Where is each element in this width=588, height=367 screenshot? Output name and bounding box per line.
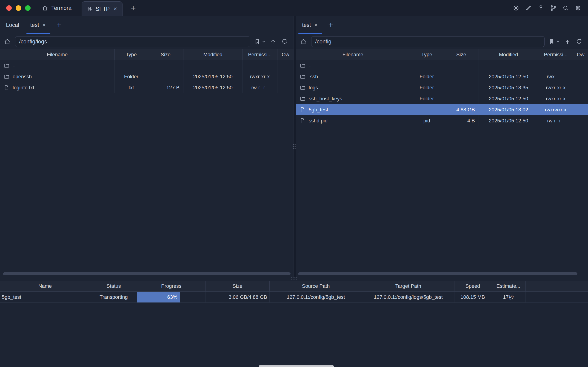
horizontal-scrollbar-thumb-right[interactable] bbox=[298, 272, 577, 275]
tab-test-right-label: test bbox=[302, 22, 311, 28]
column-header-name[interactable]: Name bbox=[0, 281, 90, 292]
chevron-down-icon bbox=[556, 40, 560, 43]
add-tab-button-right[interactable]: + bbox=[324, 16, 337, 34]
new-tab-button[interactable]: + bbox=[128, 4, 138, 12]
column-header-estimate[interactable]: Estimate... bbox=[491, 281, 526, 292]
column-header-status[interactable]: Status bbox=[90, 281, 137, 292]
tab-local-label: Local bbox=[6, 22, 19, 28]
column-header-progress[interactable]: Progress bbox=[137, 281, 205, 292]
close-icon[interactable]: × bbox=[313, 22, 319, 28]
column-header-type[interactable]: Type bbox=[115, 49, 148, 60]
path-input-left[interactable] bbox=[15, 36, 250, 47]
search-button[interactable] bbox=[562, 4, 570, 12]
transfer-panel: Name Status Progress Size Source Path Ta… bbox=[0, 281, 588, 303]
table-row-5gb-test-selected[interactable]: 5gb_test 4.88 GB 2025/01/05 13:02 rwxrwx… bbox=[296, 104, 588, 115]
record-button[interactable] bbox=[512, 4, 520, 12]
refresh-icon bbox=[576, 38, 582, 45]
close-icon[interactable]: × bbox=[112, 6, 118, 12]
bookmark-filled-icon bbox=[548, 38, 555, 45]
home-directory-button[interactable] bbox=[3, 37, 11, 46]
status-badge: Transporting bbox=[90, 292, 137, 303]
column-header-type[interactable]: Type bbox=[410, 49, 444, 60]
progress-label: 63% bbox=[167, 294, 177, 300]
folder-icon bbox=[299, 96, 306, 102]
minimize-window-button[interactable] bbox=[16, 5, 21, 11]
close-window-button[interactable] bbox=[6, 5, 12, 11]
tab-sftp[interactable]: SFTP × bbox=[82, 1, 122, 16]
folder-icon bbox=[299, 74, 306, 80]
file-table-body-left: .. openssh Folder 2025/01/05 12:50 rwxr-… bbox=[0, 60, 294, 277]
table-row-logs[interactable]: logs Folder 2025/01/05 18:35 rwxr-xr-x bbox=[296, 82, 588, 93]
tab-local[interactable]: Local bbox=[0, 16, 25, 34]
refresh-button-right[interactable] bbox=[575, 38, 583, 45]
table-row-parent-dir[interactable]: .. bbox=[296, 60, 588, 71]
gear-icon bbox=[575, 5, 581, 11]
remote-pane-tabbar: test × + bbox=[296, 16, 588, 34]
local-pane-tabbar: Local test × + bbox=[0, 16, 294, 34]
transfer-row-5gb-test[interactable]: 5gb_test Transporting 63% 3.06 GB/4.88 G… bbox=[0, 292, 588, 303]
settings-button[interactable] bbox=[574, 4, 582, 12]
git-branch-icon bbox=[550, 5, 557, 11]
column-header-filename[interactable]: Filename bbox=[296, 49, 410, 60]
column-header-owner[interactable]: Ow bbox=[573, 49, 588, 60]
horizontal-splitter[interactable] bbox=[0, 277, 588, 281]
column-header-modified[interactable]: Modified bbox=[183, 49, 242, 60]
table-row-sshd-pid[interactable]: sshd.pid pid 4 B 2025/01/05 12:50 rw-r--… bbox=[296, 115, 588, 126]
table-row-ssh-host-keys[interactable]: ssh_host_keys Folder 2025/01/05 12:50 rw… bbox=[296, 93, 588, 104]
table-row-loginfo[interactable]: loginfo.txt txt 127 B 2025/01/05 12:50 r… bbox=[0, 82, 294, 93]
file-table-header-right: Filename Type Size Modified Permissi... … bbox=[296, 49, 588, 60]
tab-test-left[interactable]: test × bbox=[25, 16, 52, 34]
add-tab-button-left[interactable]: + bbox=[52, 16, 66, 34]
folder-icon bbox=[3, 74, 10, 80]
table-row-ssh[interactable]: .ssh Folder 2025/01/05 12:50 rwx------ bbox=[296, 71, 588, 82]
column-header-filename[interactable]: Filename bbox=[0, 49, 115, 60]
bottom-scroll-indicator[interactable] bbox=[259, 365, 334, 367]
home-icon bbox=[300, 38, 307, 45]
column-header-permissions[interactable]: Permissi... bbox=[242, 49, 277, 60]
transfer-table-header: Name Status Progress Size Source Path Ta… bbox=[0, 281, 588, 292]
titlebar: Termora SFTP × + bbox=[0, 0, 588, 16]
column-header-modified[interactable]: Modified bbox=[479, 49, 538, 60]
arrow-up-icon bbox=[564, 38, 571, 45]
column-header-speed[interactable]: Speed bbox=[454, 281, 491, 292]
horizontal-scrollbar-thumb-left[interactable] bbox=[3, 272, 290, 275]
column-header-size[interactable]: Size bbox=[148, 49, 183, 60]
titlebar-toolbar bbox=[512, 4, 582, 12]
column-header-owner[interactable]: Ow bbox=[277, 49, 294, 60]
git-branch-button[interactable] bbox=[549, 4, 557, 12]
bottom-empty-area bbox=[0, 303, 588, 367]
parent-directory-button-right[interactable] bbox=[564, 38, 571, 45]
zoom-window-button[interactable] bbox=[25, 5, 31, 11]
remote-pathbar bbox=[296, 34, 588, 49]
table-row-parent-dir[interactable]: .. bbox=[0, 60, 294, 71]
close-icon[interactable]: × bbox=[41, 22, 47, 28]
column-header-permissions[interactable]: Permissi... bbox=[538, 49, 573, 60]
file-table-header-left: Filename Type Size Modified Permissi... … bbox=[0, 49, 294, 60]
path-input-right[interactable] bbox=[311, 36, 545, 47]
column-header-size[interactable]: Size bbox=[205, 281, 270, 292]
table-row-openssh[interactable]: openssh Folder 2025/01/05 12:50 rwxr-xr-… bbox=[0, 71, 294, 82]
column-header-source-path[interactable]: Source Path bbox=[270, 281, 362, 292]
search-icon bbox=[562, 5, 569, 11]
tab-test-right[interactable]: test × bbox=[297, 16, 324, 34]
keys-button[interactable] bbox=[537, 4, 545, 12]
termora-window: Termora SFTP × + Local test bbox=[0, 0, 588, 367]
progress-bar: 63% bbox=[137, 292, 205, 303]
bookmark-icon bbox=[254, 38, 261, 45]
bookmark-dropdown-left[interactable] bbox=[254, 38, 265, 45]
column-header-size[interactable]: Size bbox=[444, 49, 479, 60]
window-controls bbox=[6, 5, 31, 11]
edit-button[interactable] bbox=[525, 4, 532, 12]
refresh-button-left[interactable] bbox=[281, 38, 289, 45]
vertical-splitter[interactable] bbox=[294, 16, 296, 277]
parent-directory-button-left[interactable] bbox=[269, 38, 277, 45]
bookmark-dropdown-right[interactable] bbox=[548, 38, 560, 45]
tab-termora[interactable]: Termora bbox=[38, 0, 75, 16]
column-header-target-path[interactable]: Target Path bbox=[362, 281, 454, 292]
refresh-icon bbox=[281, 38, 288, 45]
local-pane: Local test × + Filename bbox=[0, 16, 294, 277]
file-icon bbox=[3, 84, 10, 91]
folder-icon bbox=[3, 62, 10, 69]
home-icon bbox=[42, 5, 49, 11]
home-directory-button[interactable] bbox=[299, 37, 307, 46]
